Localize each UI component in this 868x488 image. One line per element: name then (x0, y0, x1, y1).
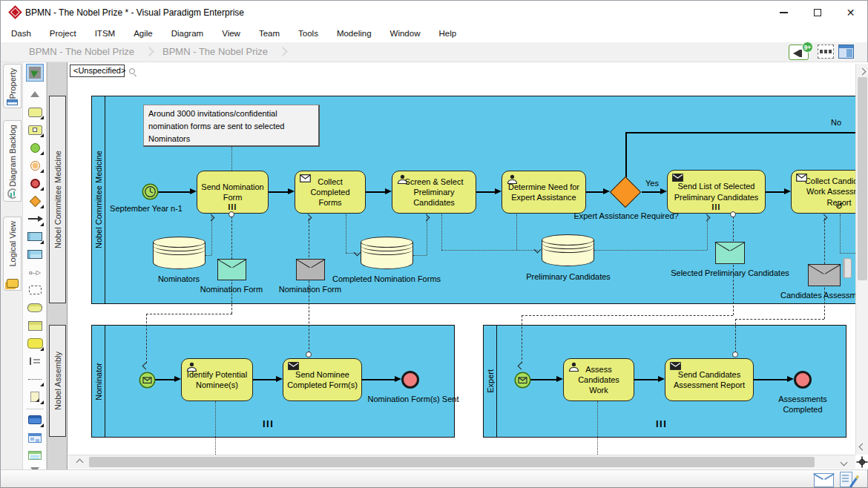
message-selected-preliminary-candidates[interactable] (715, 242, 745, 264)
menu-agile[interactable]: Agile (134, 29, 153, 38)
end-event-assessments-completed[interactable] (794, 371, 812, 389)
sequence-flow[interactable] (586, 191, 604, 193)
palette-sequence-flow-tool[interactable] (26, 211, 44, 226)
palette-document-tool[interactable] (26, 389, 44, 404)
fit-to-window-icon[interactable] (818, 44, 834, 59)
collapsed-pool-committee[interactable]: Nobel Committee Medicine (49, 96, 66, 303)
data-association[interactable] (427, 217, 427, 255)
palette-model-tool[interactable] (26, 412, 44, 427)
palette-choreography-tool[interactable] (26, 318, 44, 333)
task-assess-candidates-work[interactable]: Assess Candidates Work (563, 358, 634, 401)
scroll-down-arrow-icon[interactable] (859, 444, 867, 451)
menu-dash[interactable]: Dash (11, 29, 31, 38)
message-flow[interactable] (522, 315, 733, 316)
message-flow[interactable] (735, 319, 736, 353)
search-icon[interactable] (129, 68, 135, 74)
vertical-scrollbar[interactable] (855, 64, 868, 455)
horizontal-scrollbar[interactable] (68, 455, 855, 469)
sequence-flow[interactable] (155, 379, 175, 380)
sequence-flow[interactable] (766, 191, 785, 193)
breadcrumb-item[interactable]: BPMN - The Nobel Prize (162, 46, 268, 57)
breadcrumb-item[interactable]: BPMN - The Nobel Prize (29, 46, 134, 57)
tab-logical-view[interactable]: Logical View (3, 217, 22, 291)
datastore-nominators[interactable] (153, 237, 206, 269)
message-nomination-form-2[interactable] (296, 259, 325, 280)
message-flow[interactable] (735, 319, 824, 320)
pool-committee-band[interactable]: Nobel Committee Medicine (92, 96, 105, 303)
data-association[interactable] (516, 214, 517, 250)
collapsed-pool-nobel-assembly[interactable]: Nobel Assembly (49, 325, 66, 437)
sequence-flow[interactable] (754, 379, 788, 380)
task-send-candidates-assessment-report[interactable]: Send Candidates Assessment Report (665, 358, 754, 401)
data-association[interactable] (206, 255, 211, 256)
sequence-flow[interactable] (476, 191, 496, 193)
compose-note-icon[interactable] (840, 472, 852, 487)
palette-legend-tool[interactable] (26, 448, 44, 463)
unspecified-combo[interactable]: <Unspecified> (70, 65, 125, 77)
palette-text-annotation-tool[interactable] (26, 354, 44, 369)
scroll-up-arrow-icon[interactable] (859, 68, 867, 76)
task-screen-select-preliminary-candidates[interactable]: Screen & Select Preliminary Candidates (392, 171, 476, 214)
palette-scroll-up[interactable] (26, 87, 44, 102)
task-collect-completed-forms[interactable]: Collect Completed Forms (295, 171, 366, 214)
sequence-flow[interactable] (362, 379, 395, 380)
datastore-preliminary-candidates[interactable] (542, 234, 594, 266)
sequence-flow[interactable] (634, 379, 659, 380)
palette-sub-process-tool[interactable] (26, 122, 44, 137)
panel-layout-icon[interactable] (838, 44, 854, 59)
palette-lane-tool[interactable] (26, 247, 44, 262)
sequence-flow[interactable] (253, 379, 277, 380)
menu-team[interactable]: Team (259, 29, 280, 38)
tab-diagram-backlog[interactable]: Diagram Backlog (3, 120, 22, 202)
task-determine-need-expert-assistance[interactable]: Determine Need for Expert Assistance (502, 171, 586, 214)
palette-group-tool[interactable] (26, 283, 44, 297)
palette-expanded-sub-process-tool[interactable] (26, 336, 44, 351)
pool-expert-band[interactable]: Expert (484, 326, 497, 437)
palette-start-event-tool[interactable] (26, 140, 44, 155)
palette-gateway-tool[interactable] (26, 194, 44, 208)
palette-task-tool[interactable] (26, 105, 44, 119)
data-association[interactable] (346, 214, 346, 253)
annotation-association[interactable] (231, 147, 232, 171)
scroll-right-arrow-icon[interactable] (841, 459, 848, 466)
menu-tools[interactable]: Tools (298, 29, 318, 38)
data-association[interactable] (211, 217, 212, 255)
announcements-icon[interactable]: 9+ (789, 44, 809, 60)
pool-nominator-band[interactable]: Nominator (92, 326, 105, 437)
menu-view[interactable]: View (222, 29, 240, 38)
task-send-list-selected-preliminary-candidates[interactable]: Send List of Selected Preliminary Candid… (667, 170, 766, 214)
task-collect-candidates-work-assessment-report[interactable]: Collect Candidates Work Assessment Repor… (791, 170, 855, 214)
text-annotation[interactable]: Around 3000 invitations/confidential nom… (143, 105, 320, 147)
palette-diagram-overview-tool[interactable] (26, 430, 44, 445)
message-start-event-expert[interactable] (514, 372, 531, 392)
message-flow[interactable] (733, 217, 734, 315)
sequence-flow[interactable] (269, 191, 289, 193)
message-status-icon[interactable] (814, 473, 834, 487)
data-association[interactable] (840, 253, 855, 254)
tab-property[interactable]: Property (3, 64, 22, 108)
palette-association-tool[interactable]: o--▷ (26, 265, 44, 280)
diagram-canvas[interactable]: <Unspecified> Nobel Committee Medicine N… (68, 64, 855, 455)
message-candidates-assessment[interactable] (808, 264, 841, 286)
palette-data-association-tool[interactable] (26, 372, 44, 386)
timer-start-event[interactable] (142, 183, 159, 203)
sequence-flow[interactable] (366, 191, 386, 193)
sequence-flow[interactable] (530, 379, 557, 380)
scroll-left-arrow-icon[interactable] (76, 459, 84, 466)
menu-modeling[interactable]: Modeling (337, 29, 372, 38)
data-association[interactable] (441, 250, 538, 251)
minimize-button[interactable] (767, 1, 800, 24)
menu-window[interactable]: Window (390, 29, 421, 38)
data-association[interactable] (215, 401, 216, 455)
message-flow[interactable] (146, 314, 232, 314)
splitter-grip[interactable] (843, 258, 852, 278)
data-association[interactable] (413, 255, 427, 256)
palette-data-store-tool[interactable] (26, 300, 44, 315)
data-association[interactable] (707, 217, 708, 250)
maximize-button[interactable] (800, 1, 834, 24)
horizontal-scrollbar-thumb[interactable] (89, 457, 815, 467)
message-flow[interactable] (522, 315, 522, 363)
end-event-nomination-forms-sent[interactable] (401, 371, 419, 389)
sequence-flow-yes[interactable] (642, 191, 661, 193)
menu-project[interactable]: Project (50, 29, 76, 38)
